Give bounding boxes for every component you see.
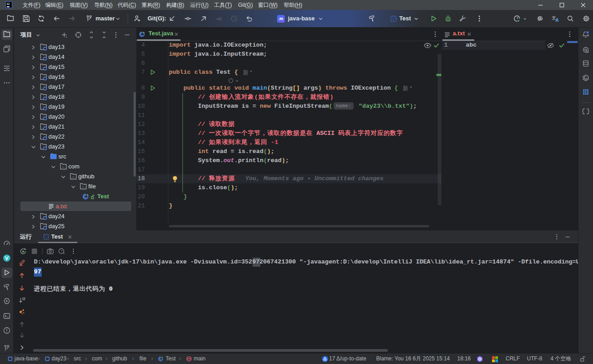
svg-text:A: A — [555, 18, 559, 23]
